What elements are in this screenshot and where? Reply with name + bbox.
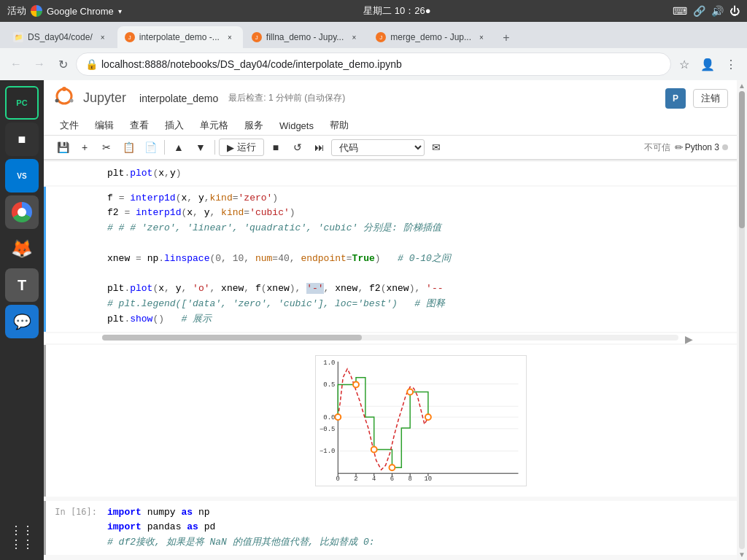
tab-close-2[interactable]: ×	[224, 31, 236, 43]
menu-widgets[interactable]: Widgets	[272, 117, 321, 134]
copy-button[interactable]: 📋	[118, 138, 139, 157]
datapoint-0	[335, 414, 341, 420]
vertical-scrollbar[interactable]: ▲ ▼	[737, 80, 747, 560]
notebook-name[interactable]: interpolate_demo	[139, 93, 218, 104]
notebook-body[interactable]: plt.plot(x,y) f = interp1d(x, y,kind='ze…	[44, 160, 737, 560]
y-label-0: 0.0	[323, 414, 335, 421]
menu-view[interactable]: 查看	[123, 116, 156, 135]
lock-icon: 🔒	[85, 58, 97, 70]
sidebar-icon-firefox[interactable]: 🦊	[5, 232, 39, 265]
cell-number-chart	[46, 345, 104, 497]
run-label: 运行	[237, 141, 256, 154]
jupyter-name: Jupyter	[83, 90, 126, 106]
menu-cell[interactable]: 单元格	[193, 116, 236, 135]
cell-1[interactable]: plt.plot(x,y)	[44, 162, 737, 185]
menu-file[interactable]: 文件	[53, 116, 86, 135]
tab-title-3: fillna_demo - Jupy...	[266, 32, 344, 42]
account-button[interactable]: 👤	[697, 54, 718, 74]
tab-merge-demo[interactable]: J merge_demo - Jup... ×	[368, 26, 495, 48]
code-line-show: plt.show() # 展示	[107, 312, 734, 327]
forward-button[interactable]: →	[29, 54, 50, 74]
tab-close-4[interactable]: ×	[476, 31, 487, 43]
power-icon[interactable]: ⏻	[729, 5, 740, 17]
code-line-f: f = interp1d(x, y,kind='zero')	[107, 191, 734, 206]
sidebar-icon-terminal[interactable]: ■	[5, 122, 39, 156]
paste-button[interactable]: 📄	[140, 138, 160, 157]
tab-bar: 📁 DS_day04/code/ × J interpolate_demo -.…	[0, 22, 747, 48]
datapoint-1	[353, 381, 359, 387]
tab-favicon-4: J	[376, 32, 386, 42]
tab-title-2: interpolate_demo -...	[139, 32, 220, 42]
tab-ds-day04[interactable]: 📁 DS_day04/code/ ×	[6, 26, 116, 48]
sidebar-icon-texteditor[interactable]: T	[5, 268, 39, 302]
tab-favicon-3: J	[252, 32, 262, 42]
content-area: PC ■ VS 🦊 T 💬 ⋮⋮⋮⋮	[0, 80, 747, 560]
scroll-thumb-vertical[interactable]	[739, 91, 745, 228]
move-up-button[interactable]: ▲	[169, 138, 189, 157]
tab-close-1[interactable]: ×	[97, 31, 109, 43]
datetime: 星期二 10：26●	[363, 4, 430, 18]
tab-fillna-demo[interactable]: J fillna_demo - Jupy... ×	[244, 26, 368, 48]
cut-button[interactable]: ✂	[96, 138, 117, 157]
cell-content-main[interactable]: f = interp1d(x, y,kind='zero') f2 = inte…	[104, 187, 737, 332]
tab-favicon-1: 📁	[13, 32, 23, 42]
cell-main[interactable]: f = interp1d(x, y,kind='zero') f2 = inte…	[44, 187, 737, 332]
run-button[interactable]: ▶ 运行	[219, 139, 264, 156]
autosave-info: 最后检查: 1 分钟前 (自动保存)	[228, 92, 345, 104]
activities-label[interactable]: 活动	[7, 4, 26, 18]
tab-title-1: DS_day04/code/	[28, 32, 93, 42]
code-line-f2: f2 = interp1d(x, y, kind='cubic')	[107, 206, 734, 221]
code-line-comment1: # # # 'zero', 'linear', 'quadratic', 'cu…	[107, 221, 734, 236]
cell-16[interactable]: In [16]: import numpy as np import panda…	[44, 501, 737, 555]
keyboard-icon[interactable]: ⌨	[673, 5, 687, 17]
sidebar-icon-vscode[interactable]: VS	[5, 159, 39, 192]
system-bar-right: ⌨ 🔗 🔊 ⏻	[673, 5, 740, 17]
svg-point-1	[62, 87, 66, 91]
back-button[interactable]: ←	[6, 54, 26, 74]
menu-insert[interactable]: 插入	[158, 116, 191, 135]
add-cell-button[interactable]: +	[74, 138, 95, 157]
move-down-button[interactable]: ▼	[190, 138, 211, 157]
menu-kernel[interactable]: 服务	[237, 116, 271, 135]
svg-text:2: 2	[354, 475, 357, 483]
datapoint-3	[389, 464, 395, 470]
dropdown-arrow[interactable]: ▾	[118, 7, 122, 15]
bookmark-button[interactable]: ☆	[674, 54, 694, 74]
omnibox[interactable]: 🔒 localhost:8888/notebooks/DS_day04/code…	[76, 52, 671, 76]
logout-button[interactable]: 注销	[693, 89, 728, 108]
system-bar: 活动 Google Chrome ▾ 星期二 10：26● ⌨ 🔗 🔊 ⏻	[0, 0, 747, 22]
menu-edit[interactable]: 编辑	[88, 116, 121, 135]
y-label-n0.5: −0.5	[320, 426, 335, 433]
sidebar-icon-pycharm[interactable]: PC	[5, 86, 39, 120]
y-label-top: 1.0	[323, 359, 335, 367]
code-line-xnew: xnew = np.linspace(0, 10, num=40, endpoi…	[107, 252, 734, 267]
jupyter-menubar: 文件 编辑 查看 插入 单元格 服务 Widgets 帮助	[44, 116, 737, 136]
next-button[interactable]: ⏭	[309, 138, 330, 157]
tab-interpolate-demo[interactable]: J interpolate_demo -... ×	[117, 26, 243, 48]
code-line-import-pandas: import pandas as pd	[107, 520, 734, 535]
chrome-icon-system	[31, 5, 42, 17]
network-icon[interactable]: 🔗	[693, 5, 705, 17]
edit-icon[interactable]: ✏	[675, 141, 684, 153]
email-button[interactable]: ✉	[426, 138, 446, 157]
cell-chart-output: 1.0 0.5 0.0 −0.5 −1.0 0 2 4 6 8	[44, 345, 737, 497]
restart-button[interactable]: ↺	[287, 138, 308, 157]
volume-icon[interactable]: 🔊	[711, 5, 724, 17]
horizontal-scrollbar[interactable]: ▶	[102, 335, 678, 341]
sidebar-icon-chrome[interactable]	[5, 195, 39, 229]
cell-content-1[interactable]: plt.plot(x,y)	[104, 162, 737, 185]
tab-close-3[interactable]: ×	[348, 31, 360, 43]
extension-button[interactable]: ⋮	[721, 54, 741, 74]
menu-help[interactable]: 帮助	[322, 116, 356, 135]
new-tab-button[interactable]: +	[496, 28, 516, 48]
cell-number-main	[46, 187, 104, 332]
cell-type-select[interactable]: 代码 Markdown Raw NBConvert	[331, 139, 425, 156]
reload-button[interactable]: ↻	[53, 54, 73, 74]
save-button[interactable]: 💾	[53, 138, 73, 157]
cell-content-16[interactable]: import numpy as np import pandas as pd #…	[104, 501, 737, 555]
sidebar-icon-grid[interactable]: ⋮⋮⋮⋮	[5, 521, 39, 554]
stop-button[interactable]: ■	[266, 138, 286, 157]
svg-text:6: 6	[390, 475, 393, 483]
kernel-label: Python 3	[685, 142, 719, 152]
sidebar-icon-messaging[interactable]: 💬	[5, 305, 39, 338]
